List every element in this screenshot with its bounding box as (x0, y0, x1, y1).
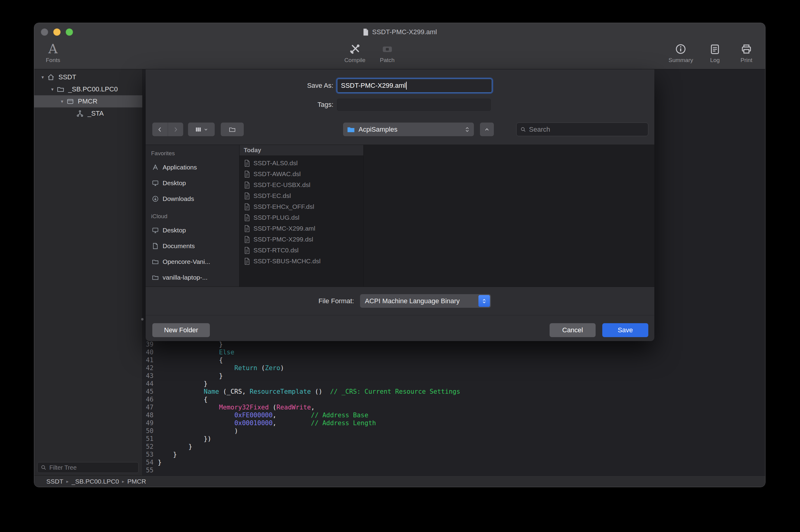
toolbar-right-group: SummaryLogPrint (669, 42, 756, 63)
line-number: 41 (143, 356, 156, 364)
patch-toolbar-button[interactable]: Patch (377, 42, 397, 63)
code-line: 42 Return (Zero) (143, 364, 765, 372)
breadcrumb: SSDT▸_SB.PC00.LPC0▸PMCR (46, 478, 146, 485)
code-text: } (156, 451, 177, 458)
code-line: 54} (143, 458, 765, 466)
traffic-lights (41, 28, 73, 36)
save-as-value: SSDT-PMC-X299.aml (341, 82, 406, 90)
file-group-header-text: Today (244, 147, 261, 154)
code-line: 55 (143, 466, 765, 474)
toolbar-label: Fonts (46, 57, 60, 63)
disclosure-triangle-icon[interactable]: ▼ (58, 99, 66, 104)
disclosure-triangle-icon[interactable]: ▼ (48, 87, 57, 92)
file-item-ssdt-ec-usbx-dsl[interactable]: SSDT-EC-USBX.dsl (240, 179, 364, 190)
sidebar-item-applications[interactable]: Applications (146, 159, 239, 175)
back-button[interactable] (152, 122, 168, 136)
line-number: 43 (143, 372, 156, 380)
titlebar[interactable]: SSDT-PMC-X299.aml (34, 23, 765, 41)
file-item-ssdt-pmc-x299-aml[interactable]: SSDT-PMC-X299.aml (240, 223, 364, 234)
file-format-popup[interactable]: ACPI Machine Language Binary (360, 294, 491, 308)
summary-toolbar-button[interactable]: Summary (669, 42, 693, 63)
code-text: } (156, 380, 207, 388)
sidebar-item-label: Documents (163, 242, 195, 250)
file-item-ssdt-rtc0-dsl[interactable]: SSDT-RTC0.dsl (240, 245, 364, 256)
file-name: SSDT-PMC-X299.aml (254, 225, 315, 232)
file-icon (244, 203, 250, 211)
source-tree: ▼SSDT▼_SB.PC00.LPC0▼PMCR_STA (34, 69, 142, 119)
folder-action-button[interactable] (221, 122, 244, 136)
tags-row: Tags: (146, 98, 654, 111)
line-number: 44 (143, 380, 156, 388)
code-text: { (156, 396, 207, 403)
file-item-ssdt-pmc-x299-dsl[interactable]: SSDT-PMC-X299.dsl (240, 234, 364, 245)
desktop-background: SSDT-PMC-X299.aml AFonts CompilePatch Su… (0, 0, 800, 532)
new-folder-button[interactable]: New Folder (152, 323, 210, 337)
sidebar-item-downloads[interactable]: Downloads (146, 191, 239, 207)
code-text: 0x00010000, // Address Length (156, 419, 376, 427)
breadcrumb-separator-icon: ▸ (66, 479, 69, 484)
filter-tree-input[interactable]: Filter Tree (37, 462, 139, 473)
folder-icon (57, 86, 64, 93)
fonts-toolbar-button[interactable]: AFonts (43, 42, 63, 63)
location-popup[interactable]: AcpiSamples (343, 122, 474, 136)
tree-item-sta[interactable]: _STA (34, 108, 142, 119)
dialog-sidebar: FavoritesApplicationsDesktopDownloadsiCl… (146, 145, 240, 287)
tree-item-ssdt[interactable]: ▼SSDT (34, 71, 142, 83)
code-text: Else (156, 348, 235, 356)
chevron-up-icon (484, 127, 490, 132)
breadcrumb-item: _SB.PC00.LPC0 (72, 478, 119, 485)
save-as-input[interactable]: SSDT-PMC-X299.aml (337, 79, 492, 93)
line-number: 45 (143, 388, 156, 396)
code-text (156, 466, 158, 474)
forward-button[interactable] (168, 122, 184, 136)
file-item-ssdt-plug-dsl[interactable]: SSDT-PLUG.dsl (240, 212, 364, 223)
toolbar-label: Summary (669, 57, 693, 63)
statusbar: SSDT▸_SB.PC00.LPC0▸PMCR (34, 475, 765, 487)
tree-item-pmcr[interactable]: ▼PMCR (34, 95, 142, 108)
toolbar-label: Patch (380, 57, 395, 63)
summary-icon (674, 42, 687, 56)
file-item-ssdt-sbus-mchc-dsl[interactable]: SSDT-SBUS-MCHC.dsl (240, 256, 364, 267)
file-item-ssdt-als0-dsl[interactable]: SSDT-ALS0.dsl (240, 158, 364, 169)
code-text: ) (156, 427, 238, 435)
zoom-button[interactable] (66, 28, 73, 36)
file-item-ssdt-awac-dsl[interactable]: SSDT-AWAC.dsl (240, 169, 364, 179)
file-item-ssdt-ec-dsl[interactable]: SSDT-EC.dsl (240, 190, 364, 201)
search-input[interactable]: Search (516, 122, 648, 136)
search-icon (41, 464, 46, 471)
code-text: Name (_CRS, ResourceTemplate () // _CRS:… (156, 388, 460, 396)
code-line: 51 }) (143, 435, 765, 443)
sidebar-item-label: Desktop (163, 227, 186, 234)
search-placeholder: Search (529, 126, 550, 133)
sidebar-item-desktop[interactable]: Desktop (146, 175, 239, 191)
close-button[interactable] (41, 28, 48, 36)
file-icon (244, 214, 250, 222)
sidebar-item-opencore-vani[interactable]: Opencore-Vani... (146, 254, 239, 270)
sidebar-item-vanilla-laptop[interactable]: vanilla-laptop-... (146, 270, 239, 285)
disclosure-triangle-icon[interactable]: ▼ (38, 75, 47, 80)
source-sidebar: ▼SSDT▼_SB.PC00.LPC0▼PMCR_STA Filter Tree (34, 69, 143, 475)
file-item-ssdt-ehcx-off-dsl[interactable]: SSDT-EHCx_OFF.dsl (240, 201, 364, 212)
chevron-left-icon (157, 127, 163, 133)
code-line: 48 0xFE000000, // Address Base (143, 411, 765, 419)
log-toolbar-button[interactable]: Log (705, 42, 725, 63)
tree-item-sb-pc00-lpc0[interactable]: ▼_SB.PC00.LPC0 (34, 83, 142, 95)
code-text: } (156, 443, 192, 451)
code-lines: 39 }40 Else41 {42 Return (Zero)43 }44 }4… (143, 340, 765, 474)
splitter-handle-icon[interactable] (141, 318, 144, 321)
tags-input[interactable] (337, 99, 491, 111)
code-line: 39 } (143, 340, 765, 348)
compile-toolbar-button[interactable]: Compile (344, 42, 366, 63)
toolbar-center-group: CompilePatch (344, 42, 397, 63)
sidebar-item-desktop[interactable]: Desktop (146, 223, 239, 238)
location-value: AcpiSamples (358, 126, 397, 133)
sidebar-item-documents[interactable]: Documents (146, 238, 239, 254)
cancel-button[interactable]: Cancel (550, 323, 596, 337)
view-mode-button[interactable] (188, 122, 215, 136)
file-name: SSDT-PLUG.dsl (254, 214, 299, 221)
parent-folder-button[interactable] (480, 122, 494, 136)
save-button[interactable]: Save (602, 323, 648, 337)
print-toolbar-button[interactable]: Print (737, 42, 756, 63)
toolbar: AFonts CompilePatch SummaryLogPrint (34, 41, 765, 69)
minimize-button[interactable] (53, 28, 60, 36)
